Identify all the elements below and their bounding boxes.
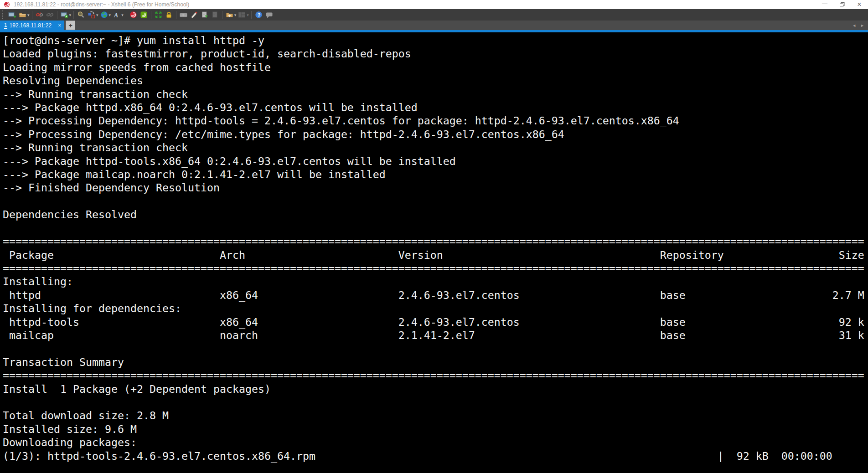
- folder-plus-icon: [226, 11, 233, 19]
- window-controls: — ×: [816, 0, 868, 9]
- minimize-button[interactable]: —: [816, 0, 833, 8]
- lock-screen-button[interactable]: [165, 10, 173, 19]
- chain-icon: [46, 11, 54, 19]
- reconnect-button[interactable]: [46, 10, 54, 19]
- encoding-dropdown[interactable]: ▾: [109, 13, 111, 17]
- layout-icon: [238, 11, 246, 19]
- xftp-icon: [140, 11, 148, 19]
- font-button[interactable]: A: [112, 10, 121, 19]
- open-folder-icon: [19, 11, 26, 19]
- help-icon: ?: [255, 11, 263, 19]
- speech-bubble-icon: [265, 11, 273, 19]
- feedback-button[interactable]: [265, 10, 274, 19]
- globe-icon: [100, 11, 108, 19]
- xftp-button[interactable]: [140, 10, 148, 19]
- toolbar-separator: [57, 11, 57, 19]
- highlight-pen-icon: [190, 11, 198, 19]
- xshell-logo-icon: [4, 1, 10, 8]
- tab-index: 1: [4, 22, 7, 29]
- new-folder-dropdown[interactable]: ▾: [234, 13, 237, 17]
- search-icon: [77, 11, 85, 19]
- session-properties-button[interactable]: [60, 10, 69, 19]
- xshell-icon: [129, 11, 137, 19]
- broken-chain-icon: [36, 11, 43, 19]
- xshell-window: 192.168.11.81:22 - root@dns-server:~ - X…: [0, 0, 868, 473]
- virtual-keyboard-button[interactable]: [179, 10, 188, 19]
- layout-button[interactable]: [238, 10, 246, 19]
- toolbar-separator: [176, 11, 176, 19]
- new-tab-button[interactable]: +: [66, 21, 75, 30]
- toolbar-separator: [126, 11, 126, 19]
- tab-scrollers: ◄ ►: [852, 21, 868, 30]
- window-gear-icon: [61, 11, 68, 19]
- restore-icon: [840, 2, 845, 7]
- toolbar-separator: [151, 11, 151, 19]
- toolbar-separator: [73, 11, 74, 19]
- find-button[interactable]: [77, 10, 85, 19]
- logging-start-button[interactable]: [200, 10, 209, 19]
- toolbar-separator: [251, 11, 252, 19]
- tab-scroll-right-icon[interactable]: ►: [860, 23, 864, 28]
- terminal-output[interactable]: [root@dns-server ~]# yum install httpd -…: [0, 32, 868, 463]
- fullscreen-icon: [155, 11, 162, 19]
- disconnect-button[interactable]: [35, 10, 44, 19]
- fullscreen-button[interactable]: [154, 10, 163, 19]
- xshell-button[interactable]: [129, 10, 138, 19]
- new-session-button[interactable]: [8, 10, 16, 19]
- window-title: 192.168.11.81:22 - root@dns-server:~ - X…: [14, 1, 189, 8]
- compose-button[interactable]: [87, 10, 96, 19]
- logging-stop-button[interactable]: [211, 10, 219, 19]
- tab-label: 192.168.11.81:22: [10, 22, 52, 29]
- compose-dropdown[interactable]: ▾: [96, 13, 98, 17]
- session-tab[interactable]: 1 192.168.11.81:22 ×: [0, 21, 64, 30]
- encoding-button[interactable]: [100, 10, 108, 19]
- new-session-icon: [8, 11, 16, 19]
- lock-icon: [165, 11, 173, 19]
- open-session-button[interactable]: [18, 10, 27, 19]
- toolbar-grip[interactable]: [2, 10, 4, 19]
- restore-button[interactable]: [833, 0, 851, 9]
- toolbar-separator: [222, 11, 222, 19]
- help-button[interactable]: ?: [254, 10, 263, 19]
- tab-close-icon[interactable]: ×: [52, 22, 61, 29]
- font-icon: A: [113, 11, 120, 19]
- tab-scroll-left-icon[interactable]: ◄: [852, 23, 856, 28]
- keyboard-icon: [180, 11, 187, 19]
- close-button[interactable]: ×: [851, 0, 868, 9]
- svg-text:?: ?: [258, 12, 261, 18]
- toolbar: ▾ ▾: [0, 9, 868, 21]
- svg-text:A: A: [114, 12, 118, 19]
- tabbar: 1 192.168.11.81:22 × + ◄ ►: [0, 21, 868, 30]
- terminal-screen[interactable]: [root@dns-server ~]# yum install httpd -…: [0, 32, 868, 473]
- highlight-button[interactable]: [190, 10, 198, 19]
- open-session-dropdown[interactable]: ▾: [27, 13, 30, 17]
- font-dropdown[interactable]: ▾: [121, 13, 124, 17]
- compose-icon: [88, 11, 95, 19]
- new-folder-button[interactable]: [225, 10, 234, 19]
- log-scroll-stop-icon: [211, 11, 219, 19]
- toolbar-separator: [32, 11, 32, 19]
- session-properties-dropdown[interactable]: ▾: [69, 13, 72, 17]
- titlebar: 192.168.11.81:22 - root@dns-server:~ - X…: [0, 0, 868, 9]
- layout-dropdown[interactable]: ▾: [247, 13, 249, 17]
- log-scroll-icon: [201, 11, 208, 19]
